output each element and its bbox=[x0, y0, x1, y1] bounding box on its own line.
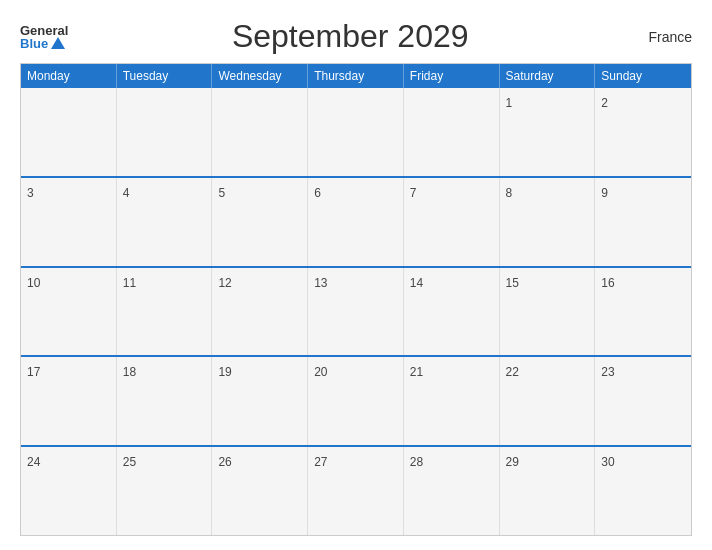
day-number: 25 bbox=[123, 455, 136, 469]
day-number: 14 bbox=[410, 276, 423, 290]
day-number: 7 bbox=[410, 186, 417, 200]
day-number: 15 bbox=[506, 276, 519, 290]
calendar-cell bbox=[308, 88, 404, 176]
day-number: 19 bbox=[218, 365, 231, 379]
calendar-cell: 11 bbox=[117, 268, 213, 356]
logo-general-text: General bbox=[20, 24, 68, 37]
day-number: 26 bbox=[218, 455, 231, 469]
calendar-title: September 2029 bbox=[68, 18, 632, 55]
weekday-header: Saturday bbox=[500, 64, 596, 88]
calendar-cell: 24 bbox=[21, 447, 117, 535]
calendar-cell: 17 bbox=[21, 357, 117, 445]
calendar-cell: 9 bbox=[595, 178, 691, 266]
calendar-cell: 23 bbox=[595, 357, 691, 445]
day-number: 23 bbox=[601, 365, 614, 379]
calendar-body: 1234567891011121314151617181920212223242… bbox=[21, 88, 691, 535]
calendar-cell: 4 bbox=[117, 178, 213, 266]
day-number: 30 bbox=[601, 455, 614, 469]
day-number: 29 bbox=[506, 455, 519, 469]
calendar-cell bbox=[212, 88, 308, 176]
weekday-header: Friday bbox=[404, 64, 500, 88]
day-number: 9 bbox=[601, 186, 608, 200]
day-number: 2 bbox=[601, 96, 608, 110]
calendar-cell: 14 bbox=[404, 268, 500, 356]
calendar-row: 3456789 bbox=[21, 176, 691, 266]
day-number: 4 bbox=[123, 186, 130, 200]
calendar-cell: 13 bbox=[308, 268, 404, 356]
header: General Blue September 2029 France bbox=[20, 18, 692, 55]
calendar-cell: 25 bbox=[117, 447, 213, 535]
calendar-cell: 15 bbox=[500, 268, 596, 356]
calendar-cell: 18 bbox=[117, 357, 213, 445]
calendar-cell bbox=[117, 88, 213, 176]
day-number: 21 bbox=[410, 365, 423, 379]
weekday-header: Thursday bbox=[308, 64, 404, 88]
calendar-cell: 26 bbox=[212, 447, 308, 535]
calendar-cell: 27 bbox=[308, 447, 404, 535]
calendar-row: 17181920212223 bbox=[21, 355, 691, 445]
calendar-cell: 28 bbox=[404, 447, 500, 535]
day-number: 8 bbox=[506, 186, 513, 200]
calendar-cell: 29 bbox=[500, 447, 596, 535]
day-number: 18 bbox=[123, 365, 136, 379]
day-number: 24 bbox=[27, 455, 40, 469]
weekday-header: Monday bbox=[21, 64, 117, 88]
calendar-header: MondayTuesdayWednesdayThursdayFridaySatu… bbox=[21, 64, 691, 88]
calendar-cell: 7 bbox=[404, 178, 500, 266]
calendar-cell bbox=[404, 88, 500, 176]
calendar-cell: 2 bbox=[595, 88, 691, 176]
calendar-cell: 5 bbox=[212, 178, 308, 266]
calendar-cell: 12 bbox=[212, 268, 308, 356]
day-number: 22 bbox=[506, 365, 519, 379]
day-number: 11 bbox=[123, 276, 136, 290]
weekday-header: Tuesday bbox=[117, 64, 213, 88]
calendar-cell: 6 bbox=[308, 178, 404, 266]
day-number: 3 bbox=[27, 186, 34, 200]
calendar-cell: 8 bbox=[500, 178, 596, 266]
day-number: 5 bbox=[218, 186, 225, 200]
calendar-row: 10111213141516 bbox=[21, 266, 691, 356]
calendar-row: 12 bbox=[21, 88, 691, 176]
day-number: 17 bbox=[27, 365, 40, 379]
calendar-cell: 3 bbox=[21, 178, 117, 266]
weekday-header: Sunday bbox=[595, 64, 691, 88]
day-number: 1 bbox=[506, 96, 513, 110]
logo-blue-text: Blue bbox=[20, 37, 48, 50]
page: General Blue September 2029 France Monda… bbox=[0, 0, 712, 550]
calendar-cell: 21 bbox=[404, 357, 500, 445]
day-number: 6 bbox=[314, 186, 321, 200]
calendar: MondayTuesdayWednesdayThursdayFridaySatu… bbox=[20, 63, 692, 536]
calendar-cell: 1 bbox=[500, 88, 596, 176]
day-number: 13 bbox=[314, 276, 327, 290]
weekday-header: Wednesday bbox=[212, 64, 308, 88]
logo-triangle-icon bbox=[51, 37, 65, 49]
calendar-cell bbox=[21, 88, 117, 176]
day-number: 10 bbox=[27, 276, 40, 290]
logo-blue-row: Blue bbox=[20, 37, 65, 50]
calendar-cell: 20 bbox=[308, 357, 404, 445]
calendar-cell: 16 bbox=[595, 268, 691, 356]
day-number: 27 bbox=[314, 455, 327, 469]
calendar-cell: 10 bbox=[21, 268, 117, 356]
calendar-cell: 30 bbox=[595, 447, 691, 535]
logo: General Blue bbox=[20, 24, 68, 50]
day-number: 20 bbox=[314, 365, 327, 379]
calendar-cell: 22 bbox=[500, 357, 596, 445]
calendar-cell: 19 bbox=[212, 357, 308, 445]
day-number: 16 bbox=[601, 276, 614, 290]
day-number: 28 bbox=[410, 455, 423, 469]
calendar-row: 24252627282930 bbox=[21, 445, 691, 535]
day-number: 12 bbox=[218, 276, 231, 290]
country-label: France bbox=[632, 29, 692, 45]
